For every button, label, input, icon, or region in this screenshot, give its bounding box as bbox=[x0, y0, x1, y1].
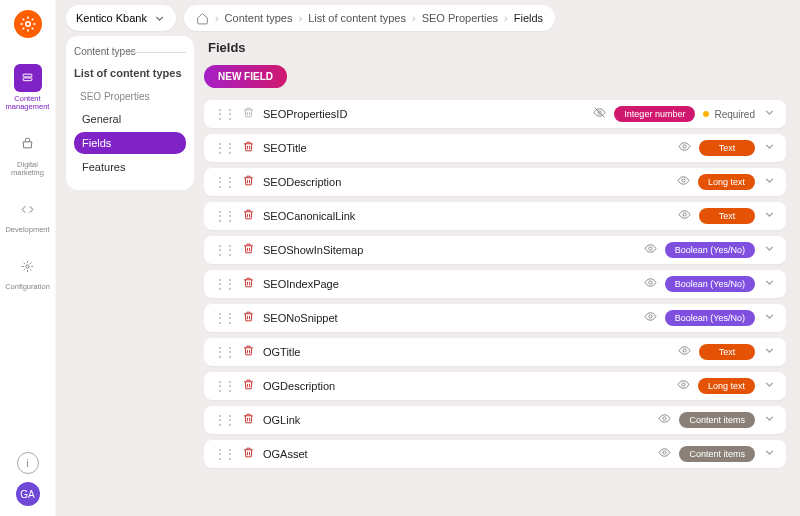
svg-point-8 bbox=[649, 247, 652, 250]
field-name: OGLink bbox=[263, 414, 300, 426]
svg-point-14 bbox=[663, 451, 666, 454]
expand-chevron-icon[interactable] bbox=[763, 343, 776, 361]
field-name: SEOCanonicalLink bbox=[263, 210, 355, 222]
drag-handle-icon[interactable]: ⋮⋮ bbox=[214, 175, 234, 189]
nav-item-configuration[interactable]: Configuration bbox=[0, 250, 55, 293]
svg-point-5 bbox=[683, 145, 686, 148]
delete-field-button[interactable] bbox=[242, 139, 255, 157]
project-name: Kentico Kbank bbox=[76, 12, 147, 24]
field-name: SEOPropertiesID bbox=[263, 108, 347, 120]
field-row[interactable]: ⋮⋮SEOShowInSitemapBoolean (Yes/No) bbox=[204, 236, 786, 264]
chevron-down-icon bbox=[153, 12, 166, 25]
sidebar-item-features[interactable]: Features bbox=[74, 156, 186, 178]
expand-chevron-icon[interactable] bbox=[763, 309, 776, 327]
drag-handle-icon[interactable]: ⋮⋮ bbox=[214, 243, 234, 257]
breadcrumb-sep: › bbox=[215, 12, 219, 24]
home-icon[interactable] bbox=[196, 12, 209, 25]
eye-icon[interactable] bbox=[677, 173, 690, 191]
expand-chevron-icon[interactable] bbox=[763, 275, 776, 293]
breadcrumb-item-current: Fields bbox=[514, 12, 543, 24]
eye-icon[interactable] bbox=[658, 411, 671, 429]
user-avatar[interactable]: GA bbox=[16, 482, 40, 506]
drag-handle-icon[interactable]: ⋮⋮ bbox=[214, 345, 234, 359]
expand-chevron-icon[interactable] bbox=[763, 411, 776, 429]
info-button[interactable]: i bbox=[17, 452, 39, 474]
expand-chevron-icon[interactable] bbox=[763, 105, 776, 123]
delete-field-button[interactable] bbox=[242, 173, 255, 191]
field-row[interactable]: ⋮⋮SEOCanonicalLinkText bbox=[204, 202, 786, 230]
project-selector[interactable]: Kentico Kbank bbox=[66, 5, 176, 31]
expand-chevron-icon[interactable] bbox=[763, 207, 776, 225]
field-row[interactable]: ⋮⋮OGTitleText bbox=[204, 338, 786, 366]
eye-icon[interactable] bbox=[644, 309, 657, 327]
expand-chevron-icon[interactable] bbox=[763, 139, 776, 157]
breadcrumb-item[interactable]: Content types bbox=[225, 12, 293, 24]
field-name: SEODescription bbox=[263, 176, 341, 188]
drag-handle-icon[interactable]: ⋮⋮ bbox=[214, 311, 234, 325]
eye-icon[interactable] bbox=[644, 275, 657, 293]
gear-icon bbox=[14, 252, 42, 280]
eye-icon[interactable] bbox=[678, 207, 691, 225]
field-row[interactable]: ⋮⋮OGDescriptionLong text bbox=[204, 372, 786, 400]
breadcrumb-item[interactable]: SEO Properties bbox=[422, 12, 498, 24]
field-row[interactable]: ⋮⋮SEONoSnippetBoolean (Yes/No) bbox=[204, 304, 786, 332]
delete-field-button[interactable] bbox=[242, 241, 255, 259]
datatype-badge: Content items bbox=[679, 446, 755, 462]
nav-item-digital-marketing[interactable]: Digital marketing bbox=[0, 128, 55, 180]
eye-icon[interactable] bbox=[678, 343, 691, 361]
delete-field-button[interactable] bbox=[242, 377, 255, 395]
sidebar-category: Content types bbox=[74, 46, 186, 57]
drag-handle-icon[interactable]: ⋮⋮ bbox=[214, 379, 234, 393]
drag-handle-icon[interactable]: ⋮⋮ bbox=[214, 447, 234, 461]
drag-handle-icon[interactable]: ⋮⋮ bbox=[214, 413, 234, 427]
drag-handle-icon[interactable]: ⋮⋮ bbox=[214, 277, 234, 291]
eye-icon[interactable] bbox=[658, 445, 671, 463]
delete-field-button bbox=[242, 105, 255, 123]
svg-point-10 bbox=[649, 315, 652, 318]
delete-field-button[interactable] bbox=[242, 207, 255, 225]
secondary-nav: Content types List of content types SEO … bbox=[66, 36, 194, 190]
svg-point-12 bbox=[682, 383, 685, 386]
app-logo[interactable] bbox=[14, 10, 42, 38]
eye-off-icon[interactable] bbox=[593, 105, 606, 123]
expand-chevron-icon[interactable] bbox=[763, 377, 776, 395]
eye-icon[interactable] bbox=[678, 139, 691, 157]
field-row[interactable]: ⋮⋮SEODescriptionLong text bbox=[204, 168, 786, 196]
expand-chevron-icon[interactable] bbox=[763, 445, 776, 463]
delete-field-button[interactable] bbox=[242, 309, 255, 327]
field-row[interactable]: ⋮⋮SEOIndexPageBoolean (Yes/No) bbox=[204, 270, 786, 298]
drag-handle-icon[interactable]: ⋮⋮ bbox=[214, 141, 234, 155]
eye-icon[interactable] bbox=[677, 377, 690, 395]
expand-chevron-icon[interactable] bbox=[763, 241, 776, 259]
content-pane: Fields NEW FIELD ⋮⋮SEOPropertiesIDIntege… bbox=[204, 36, 790, 506]
field-row[interactable]: ⋮⋮OGAssetContent items bbox=[204, 440, 786, 468]
sidebar-item-fields[interactable]: Fields bbox=[74, 132, 186, 154]
field-row[interactable]: ⋮⋮SEOPropertiesIDInteger numberRequired bbox=[204, 100, 786, 128]
svg-point-13 bbox=[663, 417, 666, 420]
sidebar-item-general[interactable]: General bbox=[74, 108, 186, 130]
drag-handle-icon[interactable]: ⋮⋮ bbox=[214, 209, 234, 223]
new-field-button[interactable]: NEW FIELD bbox=[204, 65, 287, 88]
page-title: Fields bbox=[208, 40, 790, 55]
datatype-badge: Text bbox=[699, 208, 755, 224]
field-row[interactable]: ⋮⋮SEOTitleText bbox=[204, 134, 786, 162]
delete-field-button[interactable] bbox=[242, 411, 255, 429]
top-bar: Kentico Kbank › Content types › List of … bbox=[56, 0, 800, 36]
expand-chevron-icon[interactable] bbox=[763, 173, 776, 191]
nav-item-development[interactable]: Development bbox=[0, 193, 55, 236]
drag-handle-icon[interactable]: ⋮⋮ bbox=[214, 107, 234, 121]
svg-rect-1 bbox=[23, 74, 32, 77]
delete-field-button[interactable] bbox=[242, 343, 255, 361]
field-name: OGDescription bbox=[263, 380, 335, 392]
delete-field-button[interactable] bbox=[242, 445, 255, 463]
nav-item-content-management[interactable]: Content management bbox=[0, 62, 55, 114]
datatype-badge: Text bbox=[699, 344, 755, 360]
eye-icon[interactable] bbox=[644, 241, 657, 259]
main-area: Kentico Kbank › Content types › List of … bbox=[56, 0, 800, 516]
sidebar-contenttype[interactable]: SEO Properties bbox=[74, 87, 186, 106]
delete-field-button[interactable] bbox=[242, 275, 255, 293]
breadcrumb-sep: › bbox=[504, 12, 508, 24]
breadcrumb-item[interactable]: List of content types bbox=[308, 12, 406, 24]
field-row[interactable]: ⋮⋮OGLinkContent items bbox=[204, 406, 786, 434]
field-name: SEOShowInSitemap bbox=[263, 244, 363, 256]
